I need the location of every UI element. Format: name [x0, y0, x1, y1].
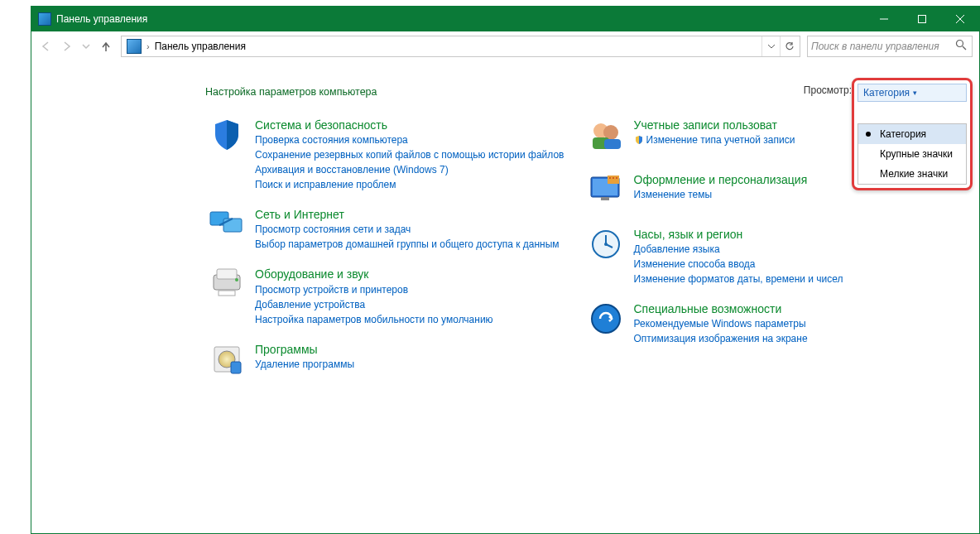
- category-icon: [205, 118, 248, 157]
- svg-rect-26: [601, 197, 609, 200]
- breadcrumb-root[interactable]: Панель управления: [151, 39, 249, 54]
- content-area: Настройка параметров компьютера Просмотр…: [31, 61, 979, 413]
- category-link[interactable]: Просмотр состояния сети и задач: [255, 222, 568, 237]
- close-button[interactable]: [941, 7, 979, 31]
- chevron-down-icon: ▾: [913, 89, 917, 97]
- category-title[interactable]: Оборудование и звук: [255, 267, 568, 281]
- category-link[interactable]: Изменение способа ввода: [634, 257, 947, 272]
- category-body: Оборудование и звукПросмотр устройств и …: [255, 267, 568, 326]
- category-link[interactable]: Настройка параметров мобильности по умол…: [255, 312, 568, 327]
- view-dropdown-button[interactable]: Категория ▾: [858, 84, 967, 102]
- category-icon: [205, 342, 248, 382]
- recent-dropdown[interactable]: [78, 38, 94, 55]
- svg-point-30: [604, 243, 608, 246]
- search-input[interactable]: [811, 41, 955, 52]
- category-link[interactable]: Рекомендуемые Windows параметры: [634, 316, 947, 331]
- category-icon: [584, 301, 627, 341]
- category-body: Система и безопасностьПроверка состояния…: [255, 118, 568, 192]
- svg-rect-23: [609, 177, 611, 179]
- category-body: ПрограммыУдаление программы: [255, 342, 568, 382]
- navigation-bar: › Панель управления: [31, 31, 979, 61]
- refresh-button[interactable]: [780, 36, 798, 56]
- view-menu: Категория Крупные значки Мелкие значки: [858, 123, 967, 185]
- svg-rect-7: [223, 219, 242, 232]
- category-link[interactable]: Изменение форматов даты, времени и чисел: [634, 272, 947, 286]
- svg-point-31: [592, 305, 620, 333]
- category-link[interactable]: Просмотр устройств и принтеров: [255, 282, 568, 297]
- maximize-button[interactable]: [903, 7, 941, 31]
- category-link[interactable]: Сохранение резервных копий файлов с помо…: [255, 147, 568, 162]
- window-controls: [865, 7, 979, 31]
- control-panel-icon: [127, 39, 142, 54]
- view-option-small-icons[interactable]: Мелкие значки: [858, 164, 966, 184]
- svg-line-5: [963, 46, 966, 50]
- category-title[interactable]: Специальные возможности: [634, 301, 947, 316]
- category-0: Система и безопасностьПроверка состояния…: [205, 118, 568, 192]
- up-button[interactable]: [98, 38, 114, 55]
- category-link[interactable]: Архивация и восстановление (Windows 7): [255, 162, 568, 177]
- svg-rect-1: [919, 16, 926, 23]
- category-3: ПрограммыУдаление программы: [205, 342, 568, 382]
- category-icon: [205, 267, 248, 306]
- category-1: Сеть и ИнтернетПросмотр состояния сети и…: [205, 207, 568, 252]
- svg-point-12: [235, 278, 238, 281]
- category-icon: [205, 207, 248, 247]
- category-title[interactable]: Система и безопасность: [255, 118, 568, 132]
- svg-point-4: [957, 41, 963, 47]
- shield-icon: [634, 134, 644, 144]
- svg-rect-15: [231, 362, 241, 373]
- view-dropdown-highlight: Категория ▾ Категория Крупные значки Мел…: [852, 78, 973, 190]
- category-6: Часы, язык и регионДобавление языкаИзмен…: [584, 227, 947, 286]
- category-title[interactable]: Программы: [255, 342, 568, 357]
- category-body: Часы, язык и регионДобавление языкаИзмен…: [634, 227, 947, 286]
- titlebar: Панель управления: [31, 7, 979, 31]
- address-dropdown[interactable]: [761, 36, 780, 56]
- control-panel-window: Панель управления › Панель управления На…: [31, 6, 980, 534]
- category-columns: Система и безопасностьПроверка состояния…: [205, 118, 946, 397]
- view-dropdown-value: Категория: [863, 87, 910, 99]
- category-7: Специальные возможностиРекомендуемые Win…: [584, 301, 947, 346]
- view-by-label: Просмотр:: [804, 84, 852, 96]
- search-box[interactable]: [807, 36, 973, 57]
- left-column: Система и безопасностьПроверка состояния…: [205, 118, 568, 397]
- view-option-large-icons[interactable]: Крупные значки: [858, 144, 966, 164]
- category-link[interactable]: Добавление устройства: [255, 297, 568, 312]
- search-icon[interactable]: [955, 39, 968, 54]
- minimize-button[interactable]: [865, 7, 903, 31]
- category-link[interactable]: Оптимизация изображения на экране: [634, 331, 947, 346]
- category-body: Специальные возможностиРекомендуемые Win…: [634, 301, 947, 346]
- category-body: Сеть и ИнтернетПросмотр состояния сети и…: [255, 207, 568, 252]
- svg-rect-19: [604, 139, 621, 149]
- app-icon: [38, 12, 51, 26]
- category-2: Оборудование и звукПросмотр устройств и …: [205, 267, 568, 326]
- category-icon: [584, 227, 627, 267]
- category-icon: [584, 172, 627, 212]
- address-bar[interactable]: › Панель управления: [121, 36, 800, 57]
- forward-button[interactable]: [58, 38, 74, 55]
- breadcrumb-separator: ›: [147, 41, 150, 51]
- svg-rect-25: [616, 177, 617, 179]
- category-link[interactable]: Выбор параметров домашней группы и общег…: [255, 237, 568, 252]
- svg-rect-11: [219, 291, 235, 296]
- category-link[interactable]: Удаление программы: [255, 357, 568, 372]
- view-option-category[interactable]: Категория: [858, 124, 966, 144]
- category-icon: [584, 118, 627, 157]
- category-title[interactable]: Часы, язык и регион: [634, 227, 947, 242]
- svg-rect-10: [217, 269, 237, 279]
- svg-rect-24: [612, 177, 614, 179]
- category-link[interactable]: Добавление языка: [634, 242, 947, 257]
- category-link[interactable]: Поиск и исправление проблем: [255, 177, 568, 192]
- svg-rect-22: [608, 176, 619, 184]
- window-title: Панель управления: [56, 13, 865, 25]
- category-link[interactable]: Проверка состояния компьютера: [255, 132, 568, 147]
- back-button[interactable]: [38, 38, 55, 55]
- category-title[interactable]: Сеть и Интернет: [255, 207, 568, 222]
